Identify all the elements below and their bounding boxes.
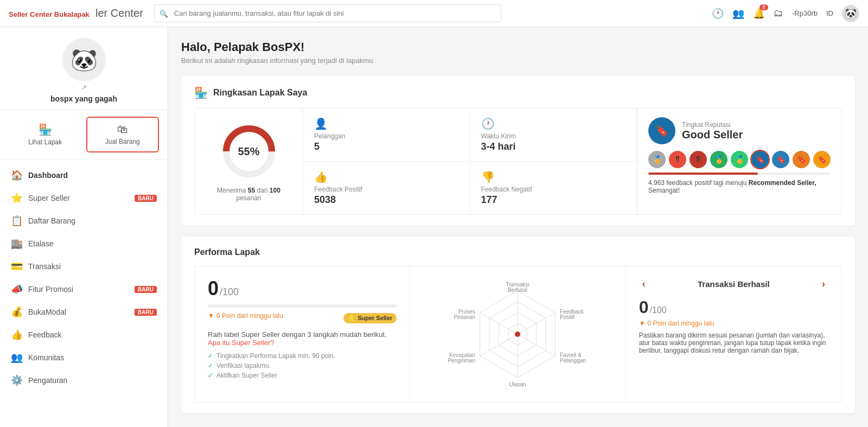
- sidebar-item-komunitas[interactable]: 👥 Komunitas: [0, 346, 168, 369]
- trans-prev-button[interactable]: ‹: [639, 277, 649, 291]
- sidebar-item-super-seller[interactable]: ⭐ Super Seller BARU: [0, 187, 168, 209]
- rep-icon-5: 🏅: [731, 151, 748, 168]
- check-icon-3: ✓: [208, 372, 213, 379]
- wallet-icon: 🗂: [774, 8, 783, 19]
- feedback-positif-cell: 👍 Feedback Positif 5038: [303, 162, 470, 214]
- search-bar: 🔍: [154, 4, 501, 22]
- superseller-star: ⭐: [348, 315, 355, 322]
- poin-row: ▼ 0 Poin dari minggu lalu: [208, 312, 283, 320]
- checklist-text-2: Verifikasi lapakmu.: [216, 362, 271, 369]
- profile-share-icon[interactable]: ↗: [81, 84, 87, 91]
- trans-nav: ‹ Transaksi Berhasil ›: [639, 277, 828, 291]
- rep-header: 🔖 Tingkat Reputasi Good Seller: [648, 117, 831, 144]
- search-input[interactable]: [154, 4, 501, 22]
- page-subtitle: Berikut ini adalah ringkasan informasi y…: [181, 56, 855, 65]
- language-selector[interactable]: ID: [826, 9, 833, 17]
- ringkasan-title: Ringkasan Lapak Saya: [213, 88, 307, 98]
- radar-chart: Transaksi Berhasil Feedback Positif Favo…: [431, 277, 604, 391]
- sidebar-item-komunitas-label: Komunitas: [28, 353, 64, 362]
- balance[interactable]: -Rp30rb: [792, 9, 818, 17]
- transaksi-icon: 💳: [11, 260, 23, 272]
- transaksi-cell: ‹ Transaksi Berhasil › 0 /100 ▼ 0 Poin d…: [626, 266, 841, 402]
- poin-score-row: ▼ 0 Poin dari minggu lalu ⭐ Super Seller: [208, 312, 397, 324]
- superseller-badge: ⭐ Super Seller: [343, 313, 397, 323]
- sidebar: 🐼 ↗ bospx yang gagah 🏪 Lihat Lapak 🛍 Jua…: [0, 27, 168, 427]
- svg-text:Positif: Positif: [560, 314, 575, 320]
- search-icon: 🔍: [159, 9, 168, 17]
- feedback-negatif-icon: 👎: [481, 170, 626, 183]
- pelanggan-label: Pelanggan: [314, 132, 459, 140]
- bukamodal-icon: 💰: [11, 306, 23, 318]
- feedback-positif-value: 5038: [314, 194, 459, 206]
- sidebar-item-transaksi-label: Transaksi: [28, 262, 61, 271]
- feedback-negatif-label: Feedback Negatif: [481, 186, 626, 193]
- check-icon-2: ✓: [208, 362, 213, 369]
- sidebar-item-dashboard-label: Dashboard: [28, 171, 68, 180]
- check-icon-1: ✓: [208, 352, 213, 360]
- performa-header: Performa Lapak: [194, 247, 842, 257]
- sidebar-item-etalase-label: Etalase: [28, 239, 54, 248]
- sidebar-item-daftar-barang-label: Daftar Barang: [28, 216, 75, 225]
- rep-icon-7: 🔖: [772, 151, 789, 168]
- profile-avatar: 🐼: [62, 38, 106, 81]
- avatar[interactable]: 🐼: [842, 5, 859, 22]
- donut-percent-label: 55%: [238, 145, 259, 157]
- rep-badges-row: 🏅 🎖 🎖 🏅 🏅 🔖 🔖 🔖 🔖: [648, 151, 831, 168]
- waktu-kirim-value: 3-4 hari: [481, 141, 626, 152]
- sidebar-item-transaksi[interactable]: 💳 Transaksi: [0, 255, 168, 278]
- pengaturan-icon: ⚙️: [11, 374, 23, 386]
- svg-text:Pelanggan: Pelanggan: [560, 358, 586, 364]
- sidebar-item-fitur-promosi[interactable]: 📣 Fitur Promosi BARU: [0, 278, 168, 301]
- logo-main: ler Center: [92, 7, 143, 19]
- donut-text: Menerima 55 dari 100pesanan: [217, 187, 280, 202]
- poin-arrow: ▼: [208, 312, 214, 320]
- sidebar-item-etalase[interactable]: 🏬 Etalase: [0, 232, 168, 255]
- users-icon[interactable]: 👥: [732, 8, 744, 20]
- sidebar-item-bukamodal[interactable]: 💰 BukaModal BARU: [0, 301, 168, 323]
- topbar: Seller Center Bukalapak ler Center 🔍 🕐 👥…: [0, 0, 868, 27]
- performa-title: Performa Lapak: [194, 247, 260, 257]
- performa-card: Performa Lapak 0 /100: [181, 237, 855, 413]
- radar-cell: Transaksi Berhasil Feedback Positif Favo…: [410, 266, 626, 402]
- rep-title-small: Tingkat Reputasi: [682, 121, 743, 129]
- fitur-promosi-icon: 📣: [11, 283, 23, 295]
- sidebar-item-feedback-label: Feedback: [28, 330, 61, 339]
- trans-score-max: /100: [649, 305, 666, 315]
- notification-bell[interactable]: 🔔 8: [753, 8, 765, 20]
- steps-question-link[interactable]: Apa itu Super Seller?: [208, 339, 275, 347]
- sidebar-item-daftar-barang[interactable]: 📋 Daftar Barang: [0, 209, 168, 232]
- trans-next-button[interactable]: ›: [819, 277, 828, 291]
- bukamodal-badge: BARU: [135, 309, 157, 316]
- dashboard-icon: 🏠: [11, 169, 23, 181]
- trans-poin-suffix: dari minggu lalu: [668, 320, 714, 327]
- rep-icon-1: 🏅: [648, 151, 666, 168]
- super-seller-badge: BARU: [135, 195, 157, 202]
- lihat-lapak-button[interactable]: 🏪 Lihat Lapak: [9, 117, 82, 152]
- topbar-actions: 🕐 👥 🔔 8 🗂 -Rp30rb ID 🐼: [712, 5, 859, 22]
- waktu-kirim-icon: 🕐: [481, 117, 626, 130]
- fitur-promosi-badge: BARU: [135, 286, 157, 293]
- sidebar-item-fitur-promosi-label: Fitur Promosi: [28, 285, 73, 294]
- svg-text:Ulasan: Ulasan: [509, 381, 526, 387]
- donut-chart: 55%: [219, 122, 279, 181]
- checklist-item-2: ✓ Verifikasi lapakmu.: [208, 362, 397, 369]
- etalase-icon: 🏬: [11, 238, 23, 250]
- rep-icon-9: 🔖: [813, 151, 831, 168]
- sidebar-item-dashboard[interactable]: 🏠 Dashboard: [0, 164, 168, 187]
- checklist: ✓ Tingkatkan Performa Lapak min. 90 poin…: [208, 352, 397, 379]
- poin-suffix: dari minggu lalu: [237, 312, 283, 320]
- logo: Seller Center Bukalapak ler Center: [9, 7, 143, 20]
- history-icon[interactable]: 🕐: [712, 8, 724, 20]
- svg-text:Pesanan: Pesanan: [454, 314, 475, 320]
- profile-section: 🐼 ↗ bospx yang gagah: [0, 27, 168, 110]
- sidebar-item-pengaturan[interactable]: ⚙️ Pengaturan: [0, 369, 168, 392]
- rep-progress-bar: [648, 173, 831, 175]
- superseller-label: Super Seller: [358, 315, 392, 321]
- donut-cell: 55% Menerima 55 dari 100pesanan: [195, 109, 303, 214]
- sidebar-item-feedback[interactable]: 👍 Feedback: [0, 323, 168, 346]
- trans-score-value: 0: [639, 297, 649, 317]
- quick-actions: 🏪 Lihat Lapak 🛍 Jual Barang: [0, 110, 168, 160]
- waktu-kirim-label: Waktu Kirim: [481, 132, 626, 140]
- jual-barang-button[interactable]: 🛍 Jual Barang: [86, 117, 159, 152]
- rep-icon-3: 🎖: [690, 151, 707, 168]
